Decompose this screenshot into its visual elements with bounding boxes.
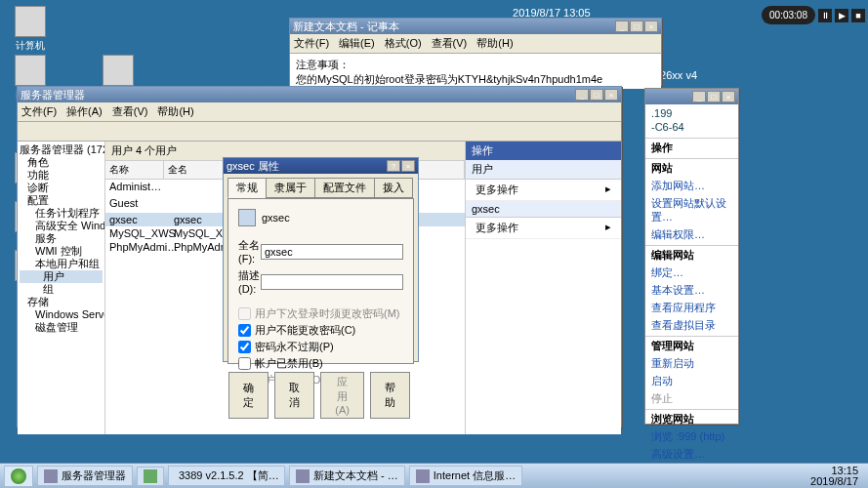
tab-memberof[interactable]: 隶属于 <box>266 178 315 198</box>
menu-action[interactable]: 操作(A) <box>66 104 103 119</box>
min-button[interactable]: _ <box>575 89 589 101</box>
restart-link[interactable]: 重新启动 <box>645 354 738 372</box>
menu-help[interactable]: 帮助(H) <box>157 104 193 119</box>
col-name[interactable]: 名称 <box>105 161 164 179</box>
desktop-icon-computer[interactable]: 计算机 <box>6 6 55 53</box>
tree-groups[interactable]: 组 <box>20 283 103 296</box>
user-icon <box>238 209 256 226</box>
menu-file[interactable]: 文件(F) <box>294 36 329 51</box>
tab-general[interactable]: 常规 <box>227 178 267 198</box>
start-link[interactable]: 启动 <box>645 372 738 389</box>
more-actions-users[interactable]: 更多操作▸ <box>466 180 621 201</box>
cancel-button[interactable]: 取消 <box>274 372 314 419</box>
ok-button[interactable]: 确定 <box>228 372 269 419</box>
notepad-menubar[interactable]: 文件(F) 编辑(E) 格式(O) 查看(V) 帮助(H) <box>290 34 661 54</box>
tree-firewall[interactable]: 高级安全 Windows 防火墙 <box>20 220 103 232</box>
taskbar-item[interactable]: 服务器管理器 <box>37 466 133 486</box>
apply-button[interactable]: 应用(A) <box>320 372 364 419</box>
max-button[interactable]: □ <box>590 89 603 101</box>
srvmgr-menubar[interactable]: 文件(F) 操作(A) 查看(V) 帮助(H) <box>18 102 621 122</box>
chk-mustchange: 用户下次登录时须更改密码(M) <box>238 306 403 321</box>
tree-backup[interactable]: Windows Server Backup <box>20 308 103 321</box>
system-tray[interactable]: 13:15 2019/8/17 <box>805 466 864 487</box>
tree-roles[interactable]: 角色 <box>20 156 103 169</box>
taskbar-item[interactable]: Internet 信息服… <box>409 466 522 486</box>
fullname-label: 全名(F): <box>238 238 261 264</box>
view-apps-link[interactable]: 查看应用程序 <box>645 299 738 316</box>
max-button[interactable]: □ <box>707 91 721 102</box>
chk-cannotchange[interactable]: 用户不能更改密码(C) <box>238 323 403 338</box>
tree-config[interactable]: 配置 <box>20 194 103 207</box>
user-properties-dialog[interactable]: gxsec 属性 ?× 常规 隶属于 配置文件 拨入 gxsec 全名(F): … <box>223 157 419 362</box>
play-button[interactable]: ▶ <box>835 9 848 22</box>
tree-lusers[interactable]: 本地用户和组 <box>20 258 103 270</box>
tree-users[interactable]: 用户 <box>20 270 103 283</box>
tree-disk[interactable]: 磁盘管理 <box>20 321 103 334</box>
actions-header: 操作 <box>466 142 621 160</box>
close-button[interactable]: × <box>604 89 618 101</box>
menu-format[interactable]: 格式(O) <box>385 36 422 51</box>
dlg-titlebar[interactable]: gxsec 属性 ?× <box>224 158 418 174</box>
chevron-right-icon: ▸ <box>605 183 611 197</box>
menu-view[interactable]: 查看(V) <box>112 104 148 119</box>
help-button[interactable]: ? <box>387 160 400 172</box>
tree-pane[interactable]: 服务器管理器 (172_17_0_2) 角色 功能 诊断 配置 任务计划程序 高… <box>18 142 105 434</box>
start-button[interactable] <box>4 466 33 487</box>
tree-services[interactable]: 服务 <box>20 232 103 245</box>
tree-features[interactable]: 功能 <box>20 169 103 182</box>
tree-storage[interactable]: 存储 <box>20 296 103 308</box>
iis-actions-panel[interactable]: _□× .199 -C6-64 操作 网站 添加网站… 设置网站默认设置… 编辑… <box>644 88 739 425</box>
browse-999-link[interactable]: 浏览 :999 (http) <box>645 427 738 445</box>
menu-help[interactable]: 帮助(H) <box>476 36 513 51</box>
desc-input[interactable] <box>261 274 403 290</box>
help-button[interactable]: 帮助 <box>370 372 410 419</box>
taskbar-item[interactable] <box>137 467 164 486</box>
menu-view[interactable]: 查看(V) <box>432 36 468 51</box>
more-actions-gxsec[interactable]: 更多操作▸ <box>466 218 621 239</box>
tab-profile[interactable]: 配置文件 <box>314 178 375 198</box>
taskbar-item[interactable]: 3389 v2.1.5.2 【简… <box>168 466 285 486</box>
srvmgr-title: 服务器管理器 <box>21 88 85 102</box>
pause-button[interactable]: ⏸ <box>818 9 832 22</box>
menu-file[interactable]: 文件(F) <box>21 104 57 119</box>
fullname-input[interactable] <box>261 244 403 260</box>
notepad-titlebar[interactable]: 新建文本文档 - 记事本 _□× <box>290 19 661 34</box>
view-vdirs-link[interactable]: 查看虚拟目录 <box>645 316 738 334</box>
stop-button[interactable]: ■ <box>851 9 865 22</box>
chk-neverexpire[interactable]: 密码永不过期(P) <box>238 340 403 354</box>
min-button[interactable]: _ <box>692 91 706 102</box>
tree-wmi[interactable]: WMI 控制 <box>20 245 103 258</box>
advanced-settings-link[interactable]: 高级设置… <box>645 445 738 463</box>
close-button[interactable]: × <box>644 20 658 32</box>
dlg-tabs[interactable]: 常规 隶属于 配置文件 拨入 <box>224 174 418 198</box>
site-defaults-link[interactable]: 设置网站默认设置… <box>645 194 738 225</box>
min-button[interactable]: _ <box>615 20 629 32</box>
max-button[interactable]: □ <box>630 20 643 32</box>
close-button[interactable]: × <box>401 160 415 172</box>
user-name-label: gxsec <box>262 212 290 224</box>
app-icon <box>44 469 58 483</box>
taskbar-item[interactable]: 新建文本文档 - … <box>289 466 405 486</box>
notepad-body[interactable]: 注意事项： 您的MySQL的初始root登录密码为KTYH&tyhjkSv4n7… <box>290 54 661 89</box>
tree-diag[interactable]: 诊断 <box>20 182 103 194</box>
srvmgr-toolbar[interactable] <box>18 122 621 142</box>
tab-dialin[interactable]: 拨入 <box>374 178 413 198</box>
basic-settings-link[interactable]: 基本设置… <box>645 281 738 299</box>
menu-edit[interactable]: 编辑(E) <box>339 36 375 51</box>
taskbar[interactable]: 服务器管理器 3389 v2.1.5.2 【简… 新建文本文档 - … Inte… <box>0 463 868 488</box>
sites-heading: 网站 <box>645 158 738 177</box>
browse-site-heading: 浏览网站 <box>645 409 738 427</box>
app-icon <box>296 469 310 483</box>
tray-date: 2019/8/17 <box>810 476 858 487</box>
close-button[interactable]: × <box>722 91 735 102</box>
add-site-link[interactable]: 添加网站… <box>645 177 738 194</box>
edit-perms-link[interactable]: 编辑权限… <box>645 225 738 243</box>
notepad-window[interactable]: 新建文本文档 - 记事本 _□× 文件(F) 编辑(E) 格式(O) 查看(V)… <box>289 18 662 86</box>
timer-badge: 00:03:08 <box>762 6 815 24</box>
actions-pane[interactable]: 操作 用户 更多操作▸ gxsec 更多操作▸ <box>465 142 621 434</box>
dlg-body: gxsec 全名(F): 描述(D): 用户下次登录时须更改密码(M) 用户不能… <box>227 198 414 364</box>
tree-root[interactable]: 服务器管理器 (172_17_0_2) <box>20 143 103 156</box>
bindings-link[interactable]: 绑定… <box>645 264 738 281</box>
tree-tasksched[interactable]: 任务计划程序 <box>20 207 103 220</box>
srvmgr-titlebar[interactable]: 服务器管理器 _□× <box>18 87 621 102</box>
